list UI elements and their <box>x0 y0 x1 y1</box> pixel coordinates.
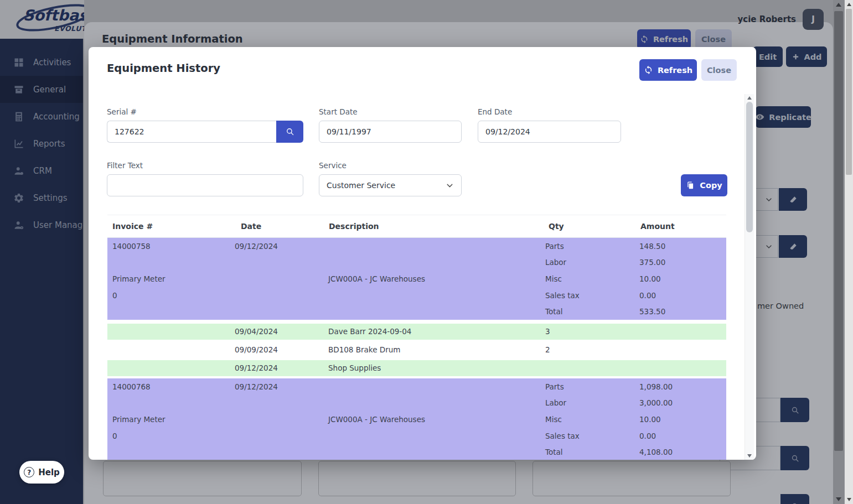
browser-scrollbar-thumb[interactable] <box>846 9 852 175</box>
header-description: Description <box>327 222 542 231</box>
chevron-down-icon <box>445 181 454 190</box>
invoice-description: JCW000A - JC Warehouses <box>327 271 542 287</box>
search-icon <box>285 127 295 137</box>
scroll-up-arrow-icon[interactable] <box>847 3 851 6</box>
modal-close-label: Close <box>707 66 731 75</box>
line-amount: 10.00 <box>637 271 726 287</box>
meter-value: 0 <box>107 428 232 444</box>
line-name: Sales tax <box>542 287 637 304</box>
equipment-history-modal: Equipment History Refresh Close Serial #… <box>89 47 756 460</box>
help-button[interactable]: ? Help <box>19 461 64 484</box>
end-date-label: End Date <box>478 107 512 116</box>
modal-scrollbar-thumb[interactable] <box>746 102 753 232</box>
line-amount: 0.00 <box>637 428 726 444</box>
header-qty: Qty <box>542 222 637 231</box>
line-name: Misc <box>542 271 637 287</box>
service-selected-value: Customer Service <box>327 181 395 190</box>
help-icon: ? <box>24 467 34 477</box>
line-name: Total <box>542 303 637 320</box>
service-label: Service <box>319 161 347 170</box>
line-name: Parts <box>542 378 637 395</box>
serial-search-button[interactable] <box>276 121 303 143</box>
scroll-down-arrow-icon[interactable] <box>847 498 851 501</box>
modal-title: Equipment History <box>107 62 220 75</box>
serial-label: Serial # <box>107 107 137 116</box>
line-amount: 375.00 <box>637 254 726 271</box>
modal-scrollbar[interactable] <box>745 94 754 460</box>
copy-label: Copy <box>700 181 722 190</box>
filter-text-input[interactable] <box>107 174 303 196</box>
meter-value: 0 <box>107 287 232 304</box>
detail-date: 09/09/2024 <box>232 345 327 354</box>
header-amount: Amount <box>637 222 726 231</box>
line-amount: 10.00 <box>637 411 726 428</box>
invoice-row-group[interactable]: 14000768 Primary Meter 0 09/12/2024 JCW0… <box>107 378 726 460</box>
detail-description: Dave Barr 2024-09-04 <box>327 327 542 336</box>
line-name: Labor <box>542 395 637 412</box>
invoice-description: JCW000A - JC Warehouses <box>327 411 542 428</box>
detail-row[interactable]: 09/09/2024 BD108 Brake Drum 2 <box>107 342 726 358</box>
line-amount: 3,000.00 <box>637 395 726 412</box>
header-invoice: Invoice # <box>107 222 232 231</box>
line-amount: 148.50 <box>637 238 726 254</box>
detail-description: BD108 Brake Drum <box>327 345 542 354</box>
detail-description: Shop Supplies <box>327 363 542 372</box>
modal-refresh-label: Refresh <box>658 66 692 75</box>
detail-date: 09/12/2024 <box>232 363 327 372</box>
modal-refresh-button[interactable]: Refresh <box>639 59 697 81</box>
line-name: Parts <box>542 238 637 254</box>
refresh-icon <box>644 65 653 75</box>
line-name: Misc <box>542 411 637 428</box>
serial-input[interactable] <box>107 121 276 143</box>
start-date-input[interactable] <box>319 121 462 143</box>
copy-button[interactable]: Copy <box>681 174 727 196</box>
meter-label: Primary Meter <box>107 271 232 287</box>
table-header-row: Invoice # Date Description Qty Amount <box>107 215 726 238</box>
line-name: Sales tax <box>542 428 637 444</box>
invoice-row-group[interactable]: 14000758 Primary Meter 0 09/12/2024 JCW0… <box>107 238 726 320</box>
copy-icon <box>686 181 695 190</box>
scroll-down-arrow-icon[interactable] <box>747 454 752 458</box>
detail-row[interactable]: 09/04/2024 Dave Barr 2024-09-04 3 <box>107 324 726 340</box>
line-name: Total <box>542 444 637 460</box>
filter-text-label: Filter Text <box>107 161 143 170</box>
modal-close-button[interactable]: Close <box>701 59 737 81</box>
browser-scrollbar[interactable] <box>845 0 853 504</box>
detail-qty: 3 <box>542 327 637 336</box>
line-amount: 0.00 <box>637 287 726 304</box>
line-amount: 4,108.00 <box>637 444 726 460</box>
line-name: Labor <box>542 254 637 271</box>
detail-date: 09/04/2024 <box>232 327 327 336</box>
history-table: Invoice # Date Description Qty Amount 14… <box>107 215 726 460</box>
meter-label: Primary Meter <box>107 411 232 428</box>
line-amount: 1,098.00 <box>637 378 726 395</box>
invoice-date: 09/12/2024 <box>232 378 327 395</box>
detail-row[interactable]: 09/12/2024 Shop Supplies <box>107 360 726 376</box>
invoice-number: 14000758 <box>107 238 232 254</box>
screen: Softbase EVOLUTION ycie Roberts J Activi… <box>0 0 853 504</box>
scroll-up-arrow-icon[interactable] <box>747 96 752 100</box>
invoice-date: 09/12/2024 <box>232 238 327 254</box>
header-date: Date <box>232 222 327 231</box>
line-amount: 533.50 <box>637 303 726 320</box>
end-date-input[interactable] <box>478 121 621 143</box>
service-select[interactable]: Customer Service <box>319 174 462 196</box>
detail-qty: 2 <box>542 345 637 354</box>
help-label: Help <box>38 467 60 477</box>
start-date-label: Start Date <box>319 107 358 116</box>
invoice-number: 14000768 <box>107 378 232 395</box>
